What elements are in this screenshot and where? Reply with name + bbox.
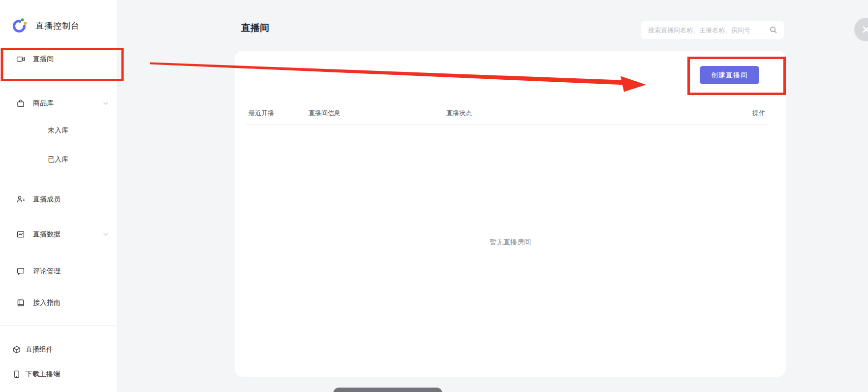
page-title: 直播间 [241, 22, 269, 34]
sidebar-item-live-room[interactable]: 直播间 [0, 50, 117, 68]
close-circle-button[interactable] [854, 18, 868, 41]
sidebar-item-label: 已入库 [48, 155, 68, 164]
sidebar-item-live-components[interactable]: 直播组件 [0, 341, 117, 359]
sidebar-divider [0, 325, 117, 326]
bottom-toolbar-pill[interactable] [333, 388, 442, 392]
close-icon [862, 25, 868, 34]
speech-bubble-icon [16, 267, 25, 276]
column-header-live-status: 直播状态 [446, 109, 472, 118]
sidebar: 直播控制台 直播间 商品库 未入库 已入库 [0, 0, 117, 392]
search-box [641, 21, 784, 39]
table-header-divider [246, 124, 769, 125]
column-header-actions: 操作 [752, 109, 765, 118]
live-room-card: 创建直播间 最近开播 直播间信息 直播状态 操作 暂无直播房间 [235, 51, 786, 377]
sidebar-item-not-in-library[interactable]: 未入库 [0, 122, 117, 139]
search-input[interactable] [641, 27, 769, 34]
smartphone-icon [12, 370, 21, 379]
sidebar-item-label: 未入库 [48, 126, 68, 135]
cube-icon [12, 345, 21, 354]
shopping-bag-icon [16, 99, 25, 108]
sidebar-item-label: 直播组件 [26, 345, 53, 354]
empty-state-text: 暂无直播房间 [235, 238, 786, 247]
column-header-room-info: 直播间信息 [309, 109, 341, 118]
sidebar-item-label: 商品库 [33, 99, 54, 108]
chevron-down-icon [103, 101, 109, 105]
sidebar-item-label: 下载主播端 [26, 370, 60, 379]
table-header-row: 最近开播 直播间信息 直播状态 操作 [235, 109, 786, 120]
sidebar-item-in-library[interactable]: 已入库 [0, 151, 117, 168]
sidebar-item-comment-management[interactable]: 评论管理 [0, 262, 117, 280]
sidebar-item-label: 接入指南 [33, 298, 61, 307]
sidebar-item-product-library[interactable]: 商品库 [0, 95, 117, 112]
app-logo-icon [12, 18, 27, 33]
book-icon [16, 298, 25, 307]
brand: 直播控制台 [12, 18, 80, 33]
create-live-room-button[interactable]: 创建直播间 [700, 66, 759, 84]
sidebar-item-integration-guide[interactable]: 接入指南 [0, 294, 117, 312]
chart-icon [16, 230, 25, 239]
sidebar-item-label: 直播数据 [33, 230, 61, 239]
sidebar-item-label: 直播间 [33, 55, 54, 64]
sidebar-item-label: 直播成员 [33, 195, 61, 204]
search-icon[interactable] [769, 26, 778, 34]
chevron-down-icon [103, 232, 109, 236]
sidebar-item-download-host-app[interactable]: 下载主播端 [0, 365, 117, 383]
column-header-recent-broadcast: 最近开播 [248, 109, 274, 118]
video-camera-icon [16, 55, 25, 64]
app-title: 直播控制台 [35, 20, 80, 32]
sidebar-item-label: 评论管理 [33, 267, 61, 276]
sidebar-item-live-data[interactable]: 直播数据 [0, 226, 117, 243]
member-icon [16, 195, 25, 204]
sidebar-item-live-members[interactable]: 直播成员 [0, 191, 117, 208]
